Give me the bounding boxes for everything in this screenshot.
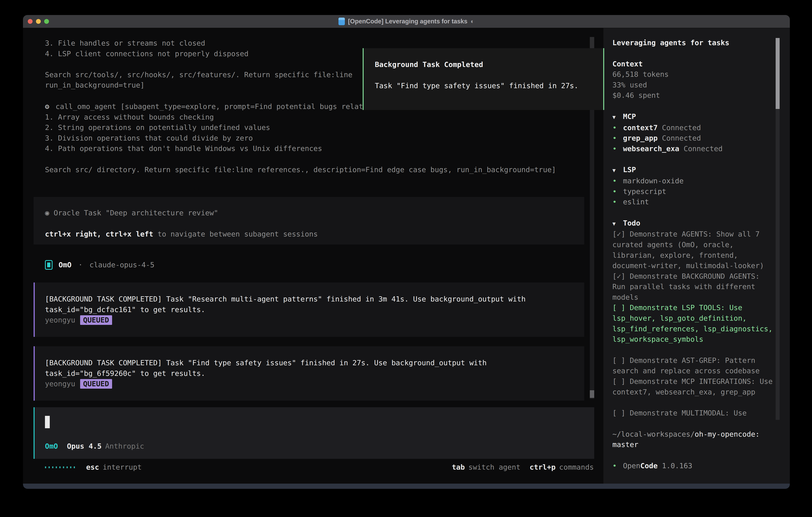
window-bottom-bar	[23, 484, 790, 489]
input-provider-label: Anthropic	[105, 441, 144, 452]
mcp-name: context7	[623, 124, 658, 132]
file-icon	[339, 18, 345, 25]
mcp-status: Connected	[662, 124, 701, 132]
workspace-repo: oh-my-opencode:	[695, 430, 760, 438]
lsp-item: •typescript	[612, 186, 773, 197]
oracle-task-box: ◉ Oracle Task "Deep architecture review"…	[34, 197, 584, 245]
chat-area: 3. File handles or streams not closed 4.…	[23, 28, 603, 484]
lsp-name: markdown-oxide	[623, 177, 684, 185]
tab-key-hint: tab	[452, 462, 465, 472]
session-title: Leveraging agents for tasks	[612, 37, 773, 48]
spinner-dots-icon	[45, 466, 75, 468]
notification-title: Background Task Completed	[375, 59, 603, 70]
task-user: yeongyu	[45, 379, 75, 389]
sidebar: Leveraging agents for tasks Context 66,5…	[603, 28, 790, 484]
todo-item: [✓] Demonstrate AGENTS: Show all 7 curat…	[612, 229, 773, 271]
mcp-item: •context7 Connected	[612, 123, 773, 133]
bullet-icon: •	[612, 143, 623, 154]
workspace-branch: master	[612, 440, 638, 448]
terminal-window: [OpenCode] Leveraging agents for tasks ◐…	[23, 15, 790, 489]
mcp-item: •grep_app Connected	[612, 133, 773, 143]
mcp-heading: MCP	[623, 112, 636, 120]
context-spent: $0.46 spent	[612, 90, 773, 101]
tool-call: ⚙call_omo_agent [subagent_type=explore, …	[45, 101, 580, 175]
lsp-item: •markdown-oxide	[612, 176, 773, 186]
minimize-button[interactable]	[36, 19, 41, 24]
commands-label: commands	[559, 462, 594, 472]
task-block: [BACKGROUND TASK COMPLETED] Task "Find t…	[34, 346, 584, 401]
todo-item: [ ] Demonstrate AST-GREP: Pattern search…	[612, 355, 773, 376]
oracle-hint-keys: ctrl+x right, ctrl+x left	[45, 230, 153, 238]
oracle-task-title: Oracle Task "Deep architecture review"	[54, 209, 218, 217]
bullet-icon: •	[612, 123, 623, 133]
screen: [OpenCode] Leveraging agents for tasks ◐…	[0, 0, 812, 517]
record-icon: ◉	[45, 209, 49, 217]
chevron-down-icon: ▼	[612, 112, 623, 123]
todo-item: [ ] Demonstrate MCP INTEGRATIONS: Use co…	[612, 376, 773, 397]
lsp-name: typescript	[623, 187, 666, 195]
interrupt-label: interrupt	[103, 462, 142, 472]
tool-call-body: 1. Array access without bounds checking …	[45, 112, 580, 175]
todo-item: [ ] Demonstrate LSP TOOLS: Use lsp_hover…	[612, 302, 773, 345]
task-user: yeongyu	[45, 315, 75, 325]
workspace-path: ~/local-workspaces/oh-my-opencode: maste…	[612, 429, 773, 450]
bullet-icon: •	[612, 197, 623, 207]
bullet-icon: •	[612, 186, 623, 197]
switch-agent-label: switch agent	[468, 462, 520, 472]
sidebar-scrollbar-thumb[interactable]	[776, 38, 780, 109]
agent-header: OmO · claude-opus-4-5	[45, 260, 154, 270]
omo-agent-icon	[45, 260, 53, 270]
traffic-lights	[28, 19, 49, 24]
bullet-icon: •	[612, 133, 623, 143]
zoom-button[interactable]	[44, 19, 49, 24]
bullet-icon: •	[612, 461, 623, 471]
text-cursor	[45, 416, 50, 428]
lsp-heading: LSP	[623, 166, 636, 174]
task-block: [BACKGROUND TASK COMPLETED] Task "Resear…	[34, 282, 584, 337]
bullet-icon: •	[612, 176, 623, 186]
mcp-status: Connected	[684, 144, 723, 153]
chat-input[interactable]: OmO Opus 4.5 Anthropic	[34, 407, 594, 459]
titlebar[interactable]: [OpenCode] Leveraging agents for tasks ◐	[23, 15, 790, 28]
window-title-group: [OpenCode] Leveraging agents for tasks ◐	[339, 18, 474, 25]
scrollback-text: 3. File handles or streams not closed 4.…	[45, 38, 352, 90]
chat-scrollbar-cap	[590, 37, 594, 49]
ctrlp-key-hint: ctrl+p	[530, 462, 556, 472]
notification-body: Task "Find type safety issues" finished …	[375, 81, 603, 91]
lsp-section-header[interactable]: ▼LSP	[612, 165, 773, 176]
brand-code: Code	[640, 462, 658, 470]
queued-badge: QUEUED	[80, 315, 112, 325]
task-block-text: [BACKGROUND TASK COMPLETED] Task "Find t…	[45, 358, 584, 379]
window-title: [OpenCode] Leveraging agents for tasks	[348, 18, 467, 25]
workspace-prefix: ~/local-workspaces/	[612, 430, 695, 438]
mcp-name: websearch_exa	[623, 144, 679, 153]
mcp-status: Connected	[662, 134, 701, 142]
input-agent-label: OmO	[45, 441, 58, 452]
context-used: 33% used	[612, 80, 773, 90]
version-number: 1.0.163	[662, 462, 692, 470]
queued-badge: QUEUED	[80, 379, 112, 389]
chat-scrollbar-thumb[interactable]	[590, 390, 594, 398]
background-task-notification: Background Task Completed Task "Find typ…	[362, 48, 604, 110]
oracle-hint-text: to navigate between subagent sessions	[153, 230, 318, 238]
todo-item: [✓] Demonstrate BACKGROUND AGENTS: Run p…	[612, 271, 773, 303]
lsp-name: eslint	[623, 198, 649, 206]
version-line: •OpenCode 1.0.163	[612, 461, 773, 471]
task-block-text: [BACKGROUND TASK COMPLETED] Task "Resear…	[45, 294, 584, 315]
status-bar: esc interrupt tab switch agent ctrl+p co…	[45, 462, 594, 472]
context-heading: Context	[612, 59, 773, 70]
todo-item: [ ] Demonstrate MULTIMODAL: Use	[612, 408, 773, 418]
chevron-down-icon: ▼	[612, 165, 623, 176]
half-moon-icon: ◐	[471, 18, 474, 25]
todo-section-header[interactable]: ▼Todo	[612, 218, 773, 229]
mcp-section-header[interactable]: ▼MCP	[612, 111, 773, 123]
sidebar-scrollbar[interactable]	[776, 38, 780, 420]
close-button[interactable]	[28, 19, 33, 24]
gear-icon: ⚙	[45, 101, 56, 112]
separator-dot: ·	[78, 261, 83, 269]
esc-key-hint: esc	[86, 462, 99, 472]
brand-open: Open	[623, 462, 640, 470]
mcp-item: •websearch_exa Connected	[612, 143, 773, 154]
input-model-label: Opus 4.5	[67, 441, 102, 452]
agent-model: claude-opus-4-5	[89, 261, 154, 269]
